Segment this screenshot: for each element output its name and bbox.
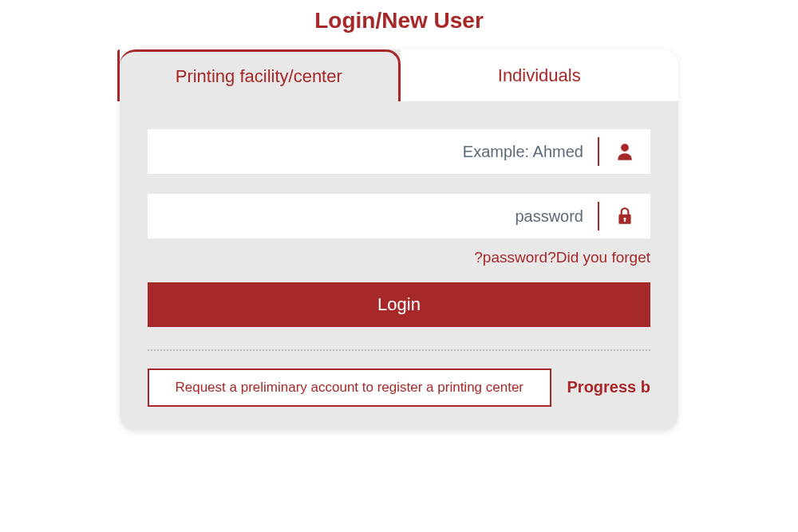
username-row [148,129,650,174]
tab-label: Individuals [498,65,581,86]
tab-label: Printing facility/center [176,66,342,87]
password-input[interactable] [148,194,598,238]
tab-bar: Printing facility/center Individuals [120,49,678,101]
user-icon [614,140,636,163]
request-account-button[interactable]: Request a preliminary account to registe… [148,368,551,407]
login-form: ?password?Did you forget Login Request a… [120,101,678,407]
svg-point-0 [621,144,629,152]
password-row [148,194,650,238]
login-card: Printing facility/center Individuals [120,49,678,431]
page-title: Login/New User [0,0,798,49]
lock-icon [614,205,636,227]
tab-individuals[interactable]: Individuals [401,49,679,101]
progress-label: Progress b [567,378,650,396]
input-divider [598,202,599,231]
input-divider [598,137,599,166]
divider [148,349,650,351]
bottom-row: Request a preliminary account to registe… [148,368,650,407]
username-input[interactable] [148,129,598,174]
login-button[interactable]: Login [148,282,650,327]
tab-printing-facility[interactable]: Printing facility/center [120,49,401,101]
forgot-password-link[interactable]: ?password?Did you forget [148,249,650,266]
